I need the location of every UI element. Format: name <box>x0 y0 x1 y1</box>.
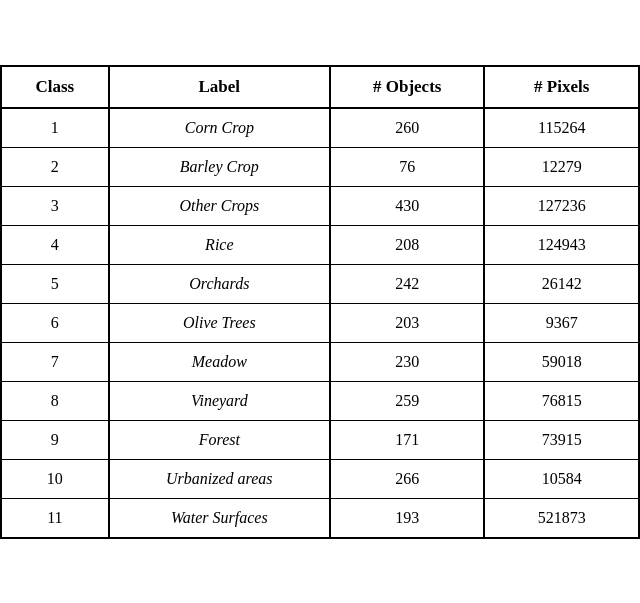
cell-label: Water Surfaces <box>109 498 330 538</box>
cell-label: Vineyard <box>109 381 330 420</box>
cell-class: 7 <box>1 342 109 381</box>
cell-class: 8 <box>1 381 109 420</box>
table-row: 6Olive Trees2039367 <box>1 303 639 342</box>
header-class: Class <box>1 66 109 108</box>
header-objects: # Objects <box>330 66 485 108</box>
cell-label: Corn Crop <box>109 108 330 148</box>
cell-objects: 259 <box>330 381 485 420</box>
cell-label: Meadow <box>109 342 330 381</box>
table-row: 2Barley Crop7612279 <box>1 147 639 186</box>
cell-objects: 230 <box>330 342 485 381</box>
cell-label: Forest <box>109 420 330 459</box>
cell-pixels: 521873 <box>484 498 639 538</box>
cell-label: Urbanized areas <box>109 459 330 498</box>
cell-objects: 171 <box>330 420 485 459</box>
table-row: 8Vineyard25976815 <box>1 381 639 420</box>
header-label: Label <box>109 66 330 108</box>
table-row: 3Other Crops430127236 <box>1 186 639 225</box>
cell-pixels: 76815 <box>484 381 639 420</box>
table-row: 7Meadow23059018 <box>1 342 639 381</box>
cell-label: Rice <box>109 225 330 264</box>
cell-objects: 208 <box>330 225 485 264</box>
table-row: 9Forest17173915 <box>1 420 639 459</box>
cell-pixels: 12279 <box>484 147 639 186</box>
cell-objects: 76 <box>330 147 485 186</box>
data-table: Class Label # Objects # Pixels 1Corn Cro… <box>0 65 640 539</box>
table-row: 4Rice208124943 <box>1 225 639 264</box>
table-row: 11Water Surfaces193521873 <box>1 498 639 538</box>
cell-class: 5 <box>1 264 109 303</box>
cell-label: Olive Trees <box>109 303 330 342</box>
table-row: 1Corn Crop260115264 <box>1 108 639 148</box>
cell-label: Other Crops <box>109 186 330 225</box>
cell-class: 1 <box>1 108 109 148</box>
cell-objects: 266 <box>330 459 485 498</box>
cell-pixels: 26142 <box>484 264 639 303</box>
cell-pixels: 10584 <box>484 459 639 498</box>
cell-class: 4 <box>1 225 109 264</box>
table-row: 10Urbanized areas26610584 <box>1 459 639 498</box>
cell-class: 11 <box>1 498 109 538</box>
cell-pixels: 9367 <box>484 303 639 342</box>
cell-class: 6 <box>1 303 109 342</box>
cell-class: 10 <box>1 459 109 498</box>
cell-objects: 203 <box>330 303 485 342</box>
cell-class: 3 <box>1 186 109 225</box>
table-row: 5Orchards24226142 <box>1 264 639 303</box>
cell-objects: 260 <box>330 108 485 148</box>
cell-objects: 193 <box>330 498 485 538</box>
cell-pixels: 59018 <box>484 342 639 381</box>
cell-label: Barley Crop <box>109 147 330 186</box>
cell-pixels: 124943 <box>484 225 639 264</box>
header-pixels: # Pixels <box>484 66 639 108</box>
cell-pixels: 73915 <box>484 420 639 459</box>
cell-objects: 430 <box>330 186 485 225</box>
cell-class: 2 <box>1 147 109 186</box>
cell-objects: 242 <box>330 264 485 303</box>
cell-label: Orchards <box>109 264 330 303</box>
header-row: Class Label # Objects # Pixels <box>1 66 639 108</box>
cell-pixels: 127236 <box>484 186 639 225</box>
cell-pixels: 115264 <box>484 108 639 148</box>
cell-class: 9 <box>1 420 109 459</box>
